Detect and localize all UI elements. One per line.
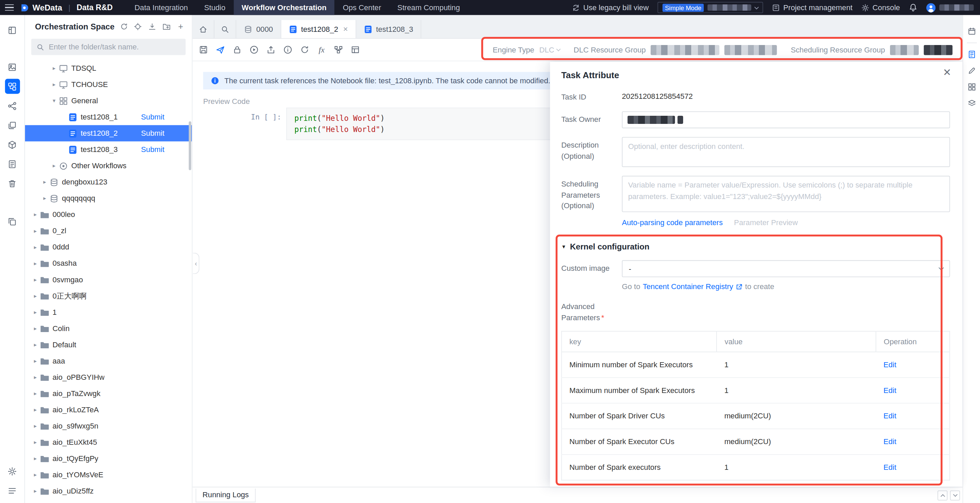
tree-item-0svmgao[interactable]: ▸0svmgao: [25, 271, 192, 288]
tree-item-aio_pTaZvwgk[interactable]: ▸aio_pTaZvwgk: [25, 385, 192, 401]
tree-item-0sasha[interactable]: ▸0sasha: [25, 255, 192, 271]
search-input[interactable]: [31, 39, 186, 55]
close-icon[interactable]: ✕: [943, 68, 951, 78]
tencent-container-registry-link[interactable]: Tencent Container Registry: [643, 282, 733, 291]
tab-test1208_3[interactable]: test1208_3: [356, 20, 422, 38]
description-textarea[interactable]: Optional, enter description content.: [622, 137, 950, 167]
chevron-right-icon[interactable]: ▸: [31, 407, 39, 413]
chevron-right-icon[interactable]: ▸: [50, 163, 58, 169]
chevron-right-icon[interactable]: ▸: [50, 65, 58, 71]
chevron-right-icon[interactable]: ▸: [31, 212, 39, 218]
chevron-right-icon[interactable]: ▸: [31, 277, 39, 283]
lock-icon[interactable]: [230, 42, 245, 57]
chevron-right-icon[interactable]: ▸: [31, 358, 39, 364]
orchestration-icon[interactable]: [5, 79, 20, 94]
form-icon[interactable]: [5, 156, 20, 171]
tab-test1208_2[interactable]: test1208_2×: [281, 20, 356, 38]
tree-item-aio_rkLoZTeA[interactable]: ▸aio_rkLoZTeA: [25, 402, 192, 418]
engine-type-select[interactable]: DLC: [539, 45, 560, 54]
edit-link[interactable]: Edit: [883, 361, 896, 369]
tree-item-aaa[interactable]: ▸aaa: [25, 353, 192, 369]
submit-link[interactable]: Submit: [141, 129, 164, 138]
edit-link[interactable]: Edit: [883, 463, 896, 472]
grid-icon[interactable]: [966, 81, 978, 93]
chevron-right-icon[interactable]: ▸: [31, 456, 39, 461]
function-icon[interactable]: fx: [314, 42, 329, 57]
chevron-right-icon[interactable]: ▸: [31, 374, 39, 380]
close-icon[interactable]: ×: [343, 24, 348, 34]
console-link[interactable]: Console: [861, 3, 900, 12]
tree-item-test1208_3[interactable]: test1208_3Submit: [25, 142, 192, 158]
sidebar-collapse-handle[interactable]: ‹: [192, 253, 199, 274]
chevron-down-icon[interactable]: ▾: [50, 98, 58, 104]
task-owner-input[interactable]: [622, 112, 950, 129]
tree-item-TCHOUSE[interactable]: ▸TCHOUSE: [25, 76, 192, 93]
chevron-right-icon[interactable]: ▸: [31, 310, 39, 315]
chevron-right-icon[interactable]: ▸: [41, 179, 49, 185]
chevron-right-icon[interactable]: ▸: [31, 423, 39, 429]
bell-icon[interactable]: [908, 3, 918, 12]
tree-item-test1208_2[interactable]: test1208_2Submit: [25, 125, 192, 142]
tree-item-0_zl[interactable]: ▸0_zl: [25, 223, 192, 239]
chevron-right-icon[interactable]: ▸: [31, 293, 39, 299]
hamburger-menu-icon[interactable]: [5, 4, 14, 11]
tree-item-aio_s9fwxg5n[interactable]: ▸aio_s9fwxg5n: [25, 418, 192, 434]
tree-item-aio_tQyEfgPy[interactable]: ▸aio_tQyEfgPy: [25, 450, 192, 467]
legacy-bill-view-link[interactable]: Use legacy bill view: [572, 3, 649, 12]
tree-item-000leo[interactable]: ▸000leo: [25, 206, 192, 223]
send-icon[interactable]: [213, 42, 228, 57]
workflow-icon[interactable]: [331, 42, 346, 57]
chevron-right-icon[interactable]: ▸: [31, 391, 39, 396]
tab-0000[interactable]: 0000: [236, 20, 282, 38]
menu-icon[interactable]: [5, 483, 20, 498]
project-selector[interactable]: Simple Mode: [657, 2, 763, 13]
nav-item-workflow-orchestration[interactable]: Workflow Orchestration: [234, 0, 335, 15]
deploy-icon[interactable]: [263, 42, 278, 57]
chevron-right-icon[interactable]: ▸: [31, 489, 39, 494]
settings-icon[interactable]: [5, 464, 20, 479]
run-icon[interactable]: [247, 42, 261, 57]
tab-search[interactable]: [215, 20, 236, 38]
edit-link[interactable]: Edit: [883, 386, 896, 395]
workspace-icon[interactable]: [5, 23, 20, 38]
tree-item-Default[interactable]: ▸Default: [25, 337, 192, 353]
tree-item-0正大啊啊[interactable]: ▸0正大啊啊: [25, 288, 192, 304]
kernel-config-header[interactable]: ▼ Kernel configuration: [562, 242, 950, 252]
save-icon[interactable]: [196, 42, 211, 57]
submit-link[interactable]: Submit: [141, 113, 164, 121]
custom-image-select[interactable]: -: [622, 261, 950, 278]
nav-item-studio[interactable]: Studio: [196, 0, 234, 15]
chevron-right-icon[interactable]: ▸: [31, 326, 39, 331]
chevron-right-icon[interactable]: ▸: [31, 439, 39, 445]
chevron-right-icon[interactable]: ▸: [31, 261, 39, 267]
collapse-down-icon[interactable]: [950, 490, 960, 500]
tree-item-dengboxu123[interactable]: ▸dengboxu123: [25, 174, 192, 190]
tree-item-test1208_1[interactable]: test1208_1Submit: [25, 109, 192, 125]
import-icon[interactable]: [148, 21, 157, 32]
tree-item-Colin[interactable]: ▸Colin: [25, 320, 192, 337]
submit-link[interactable]: Submit: [141, 145, 164, 154]
tree-item-General[interactable]: ▾General: [25, 93, 192, 109]
redacted-scheduling-resource-group-value-2[interactable]: [924, 45, 953, 55]
new-folder-icon[interactable]: [162, 21, 172, 32]
redacted-dlc-resource-group-value-2[interactable]: [725, 45, 777, 55]
copy-icon[interactable]: [5, 214, 20, 229]
tree-item-aio_tYOMsVeE[interactable]: ▸aio_tYOMsVeE: [25, 467, 192, 483]
locate-icon[interactable]: [133, 21, 143, 32]
tree-item-TDSQL[interactable]: ▸TDSQL: [25, 60, 192, 76]
tree-item-qqqqqqqq[interactable]: ▸qqqqqqqq: [25, 190, 192, 206]
pages-icon[interactable]: [5, 117, 20, 133]
scrollbar-thumb[interactable]: [189, 121, 191, 170]
calendar-icon[interactable]: [966, 25, 978, 38]
tree-item-0ddd[interactable]: ▸0ddd: [25, 239, 192, 255]
edit-pen-icon[interactable]: [966, 64, 978, 77]
redacted-dlc-resource-group-value-1[interactable]: [651, 45, 719, 55]
nav-item-data-integration[interactable]: Data Integration: [126, 0, 196, 15]
running-logs-tab[interactable]: Running Logs: [196, 489, 256, 502]
tab-home[interactable]: [192, 20, 215, 38]
auto-parsing-link[interactable]: Auto-parsing code parameters: [622, 219, 723, 227]
recycle-bin-icon[interactable]: [5, 176, 20, 190]
edit-link[interactable]: Edit: [883, 438, 896, 447]
parameter-preview-link[interactable]: Parameter Preview: [734, 219, 798, 227]
datamap-icon[interactable]: [5, 59, 20, 75]
